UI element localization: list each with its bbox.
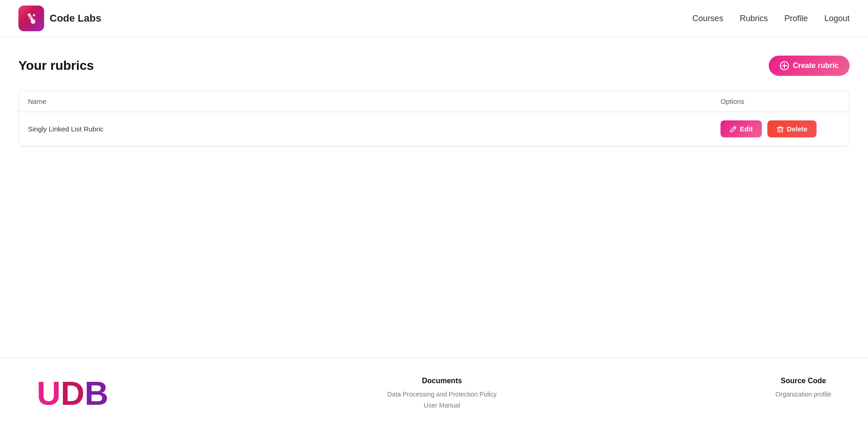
edit-icon	[730, 125, 737, 133]
svg-point-3	[33, 14, 35, 17]
page-title: Your rubrics	[18, 58, 94, 73]
main-content: Your rubrics Create rubric Name Options …	[0, 37, 868, 358]
org-profile-link[interactable]: Organization profile	[776, 391, 831, 398]
footer-logo-letters: U D B	[37, 377, 108, 410]
create-rubric-label: Create rubric	[793, 62, 839, 70]
header: Code Labs Courses Rubrics Profile Logout	[0, 0, 868, 37]
delete-button[interactable]: Delete	[767, 120, 817, 137]
user-manual-link[interactable]: User Manual	[387, 402, 497, 409]
documents-title: Documents	[387, 377, 497, 385]
logo-icon	[18, 6, 44, 31]
footer-source-code: Source Code Organization profile	[776, 377, 831, 402]
rubrics-table: Name Options Singly Linked List Rubric E…	[18, 91, 850, 147]
rubric-name: Singly Linked List Rubric	[28, 125, 720, 133]
nav-links: Courses Rubrics Profile Logout	[692, 14, 850, 23]
col-name-header: Name	[28, 97, 720, 105]
col-options-header: Options	[720, 97, 840, 105]
nav-profile[interactable]: Profile	[784, 14, 808, 23]
svg-rect-7	[778, 128, 783, 132]
footer-letter-u: U	[37, 377, 61, 410]
edit-button[interactable]: Edit	[720, 120, 762, 137]
logo-text: Code Labs	[50, 12, 101, 24]
create-rubric-button[interactable]: Create rubric	[769, 56, 850, 76]
footer-documents: Documents Data Processing and Protection…	[387, 377, 497, 413]
footer-letter-d: D	[61, 377, 85, 410]
table-row: Singly Linked List Rubric Edit	[19, 112, 849, 146]
delete-label: Delete	[787, 125, 807, 133]
page-header: Your rubrics Create rubric	[18, 56, 850, 76]
logo-area: Code Labs	[18, 6, 101, 31]
data-policy-link[interactable]: Data Processing and Protection Policy	[387, 391, 497, 398]
nav-logout[interactable]: Logout	[824, 14, 850, 23]
source-code-title: Source Code	[776, 377, 831, 385]
trash-icon	[777, 125, 784, 133]
nav-courses[interactable]: Courses	[692, 14, 723, 23]
nav-rubrics[interactable]: Rubrics	[740, 14, 768, 23]
footer: U D B Documents Data Processing and Prot…	[0, 358, 868, 431]
table-header: Name Options	[19, 91, 849, 112]
footer-logo: U D B	[37, 377, 108, 410]
footer-letter-b: B	[85, 377, 108, 410]
plus-circle-icon	[780, 61, 789, 70]
edit-label: Edit	[740, 125, 753, 133]
row-options: Edit Delete	[720, 120, 840, 137]
